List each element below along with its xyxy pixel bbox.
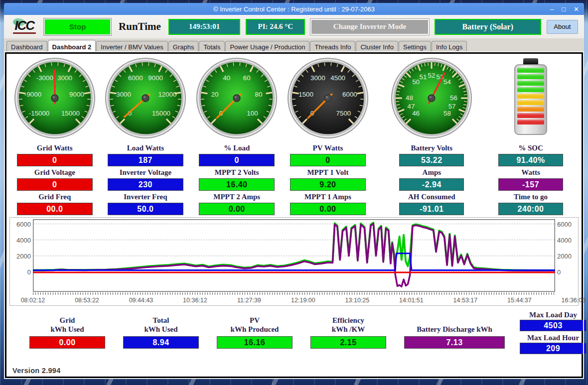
- y-tick-0-right: 0: [557, 268, 561, 275]
- svg-text:9000: 9000: [148, 74, 163, 82]
- svg-text:20: 20: [211, 91, 219, 98]
- inverter-mode-display[interactable]: Battery (Solar): [435, 19, 541, 35]
- y-axis-right: 0200040006000: [555, 219, 577, 292]
- battery-bar-3: [517, 81, 544, 86]
- gauge-pv-watts: 015003000450060007500: [286, 56, 370, 142]
- tab-threads-info[interactable]: Threads Info: [310, 41, 355, 52]
- tab-dashboard[interactable]: Dashboard: [6, 41, 47, 52]
- value-label-mppt-1-amps: MPPT 1 Amps: [304, 192, 351, 202]
- value-label-amps: Amps: [423, 168, 441, 177]
- svg-text:50: 50: [412, 78, 420, 86]
- value-label--load: % Load: [224, 143, 250, 153]
- column--soc: % SOC91.40%Watts-157Time to go240:00: [490, 56, 571, 215]
- x-tick-8: 14:53:17: [453, 297, 478, 304]
- tab-inverter-bmv-values[interactable]: Inverter / BMV Values: [96, 41, 167, 52]
- y-tick-6000-left: 6000: [16, 220, 31, 228]
- maximize-icon[interactable]: □: [562, 6, 566, 12]
- value-label-inverter-voltage: Inverter Voltage: [120, 168, 171, 177]
- tab-info-logs[interactable]: Info Logs: [432, 41, 467, 52]
- svg-text:46: 46: [412, 110, 420, 117]
- change-inverter-mode-button[interactable]: Change Inverter Mode: [310, 19, 429, 35]
- value-label-inverter-freq: Inverter Freq: [124, 192, 167, 202]
- runtime-label: RunTime: [119, 20, 161, 33]
- value-label-grid-freq: Grid Freq: [38, 192, 71, 202]
- runtime-value: 149:53:01: [168, 19, 241, 35]
- svg-text:3000: 3000: [116, 91, 131, 98]
- stat-label-pv-kwh-produced: PV kWh Produced: [231, 316, 279, 334]
- value-label-load-watts: Load Watts: [127, 143, 164, 153]
- battery-bar-8: [517, 113, 544, 118]
- svg-text:54: 54: [443, 78, 451, 86]
- tab-graphs[interactable]: Graphs: [168, 41, 199, 52]
- value-label--soc: % SOC: [518, 143, 543, 153]
- x-tick-1: 08:53:22: [75, 297, 99, 304]
- stat-label-grid-kwh-used: Grid kWh Used: [50, 316, 84, 334]
- pi-temperature: PI: 24.6 °C: [246, 19, 305, 35]
- gauge-battery-volts: 4647485051525354565758: [390, 56, 473, 142]
- value-mppt-1-volt: 9.20: [290, 178, 366, 191]
- version-text: Version 2.994: [12, 367, 61, 375]
- value--soc: 91.40%: [498, 154, 563, 166]
- stat-value-total-kwh-used: 8.94: [123, 336, 199, 349]
- x-tick-4: 11:27:39: [237, 297, 261, 304]
- stat-value-battery-discharge-kwh: 7.13: [404, 336, 505, 349]
- tab-power-usage-production[interactable]: Power Usage / Production: [225, 41, 309, 52]
- value-pv-watts: 0: [290, 154, 366, 166]
- value-time-to-go: 240:00: [498, 203, 563, 215]
- svg-text:51: 51: [420, 73, 427, 81]
- value-inverter-freq: 50.0: [108, 203, 183, 215]
- tab-cluster-info[interactable]: Cluster Info: [356, 41, 398, 52]
- stop-button[interactable]: Stop: [44, 18, 111, 35]
- svg-text:52: 52: [428, 72, 436, 79]
- battery-icon: [514, 56, 547, 135]
- svg-text:40: 40: [223, 74, 231, 82]
- value-label-battery-volts: Battery Volts: [411, 143, 452, 153]
- power-chart: 0200040006000 0200040006000 08:02:1208:5…: [9, 217, 579, 306]
- x-tick-0: 08:02:12: [21, 297, 45, 304]
- x-tick-10: 16:36:03: [562, 297, 586, 304]
- stat-max-load-day: Max Load Day4503: [516, 310, 588, 331]
- battery-bar-9: [517, 120, 544, 125]
- svg-text:15000: 15000: [152, 110, 170, 117]
- value-label-ah-consumed: AH Consumed: [408, 192, 455, 202]
- gauges-and-values-grid: -15000-9000-30003000900015000Grid Watts0…: [9, 56, 579, 215]
- value-battery-volts: 53.22: [399, 154, 464, 166]
- column-pv-watts: 015003000450060007500PV Watts0MPPT 1 Vol…: [283, 56, 373, 215]
- battery-bar-7: [517, 107, 544, 112]
- x-tick-2: 09:44:43: [129, 297, 153, 304]
- stat-battery-discharge-kwh: Battery Discharge kWh7.13: [404, 310, 505, 349]
- svg-text:7500: 7500: [336, 110, 351, 117]
- y-tick-2000-left: 2000: [16, 252, 31, 259]
- about-button[interactable]: About: [547, 20, 578, 34]
- svg-text:-9000: -9000: [24, 91, 41, 98]
- y-tick-0-left: 0: [27, 268, 31, 275]
- tab-settings[interactable]: Settings: [399, 41, 431, 52]
- svg-text:100: 100: [247, 110, 258, 117]
- value-label-mppt-2-volts: MPPT 2 Volts: [215, 168, 259, 177]
- value-label-grid-watts: Grid Watts: [37, 143, 73, 153]
- close-icon[interactable]: ✕: [574, 6, 579, 12]
- stat-value-grid-kwh-used: 0.00: [29, 336, 105, 349]
- chart-plot-area[interactable]: [33, 219, 555, 292]
- battery-bar-6: [517, 100, 544, 105]
- max-stats-block: Max Load Day4503Max Pv Day6285Max Load H…: [516, 310, 588, 354]
- stat-max-load-hour: Max Load Hour209: [516, 333, 588, 354]
- value-grid-voltage: 0: [17, 178, 93, 191]
- tab-totals[interactable]: Totals: [199, 41, 225, 52]
- title-bar[interactable]: © Inverter Control Center : Registered u…: [4, 3, 584, 15]
- svg-text:4500: 4500: [330, 74, 345, 82]
- logo-text: ICC: [14, 19, 34, 31]
- svg-text:57: 57: [448, 103, 456, 110]
- column--load: 020406080100% Load0MPPT 2 Volts16.40MPPT…: [191, 56, 283, 215]
- y-tick-4000-right: 4000: [557, 236, 572, 244]
- minimize-icon[interactable]: –: [550, 6, 554, 12]
- svg-text:6000: 6000: [342, 91, 357, 98]
- column-load-watts: 03000600090001200015000Load Watts187Inve…: [100, 56, 191, 215]
- svg-text:9000: 9000: [69, 91, 84, 98]
- value-watts: -157: [498, 178, 563, 191]
- value-grid-watts: 0: [17, 154, 93, 166]
- value-label-time-to-go: Time to go: [514, 192, 548, 202]
- value-grid-freq: 00.0: [17, 203, 93, 215]
- tab-dashboard-2[interactable]: Dashboard 2: [48, 40, 96, 52]
- svg-text:-15000: -15000: [29, 110, 50, 117]
